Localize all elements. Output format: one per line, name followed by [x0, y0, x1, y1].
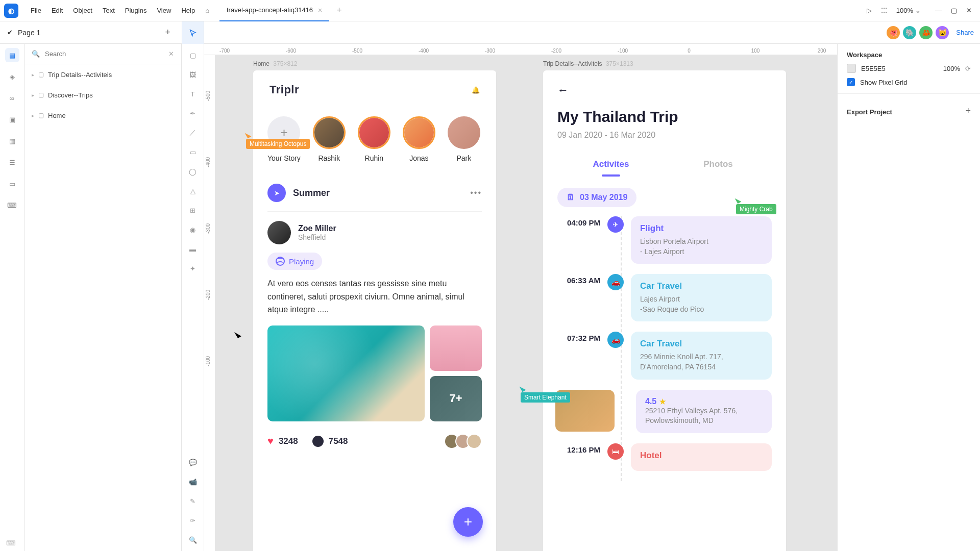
button-tool-icon[interactable]: ▬	[187, 243, 199, 255]
document-tab[interactable]: travel-app-concept-atiq31416 ×	[219, 0, 329, 21]
clear-search-icon[interactable]: ✕	[168, 50, 174, 58]
timeline-item[interactable]: 07:32 PM 🚗 Car Travel 296 Minnie Knoll A…	[557, 332, 772, 379]
layers-panel-icon[interactable]: ▤	[5, 48, 19, 62]
image-tool-icon[interactable]: 🖼	[187, 68, 199, 81]
canvas[interactable]: Home 375×812 Trip Details--Activiteis 37…	[215, 55, 837, 551]
links-panel-icon[interactable]: ∞	[5, 91, 19, 105]
activity-chip[interactable]: Playing	[267, 253, 322, 270]
pen-tool-icon[interactable]: ✒	[187, 107, 199, 119]
timeline-item[interactable]: 4.5★ 25210 Ethyl Valleys Apt. 576, Powlo…	[557, 390, 772, 433]
timeline-item[interactable]: 12:16 PM 🛏 Hotel	[557, 443, 772, 471]
refresh-icon[interactable]: ⟳	[965, 65, 971, 72]
add-tab-button[interactable]: +	[336, 5, 342, 16]
zoom-icon[interactable]: 🔍	[187, 534, 199, 546]
gallery-more[interactable]: 7+	[430, 376, 482, 421]
images-panel-icon[interactable]: ▦	[5, 134, 19, 148]
close-tab-icon[interactable]: ×	[318, 6, 322, 14]
app-logo[interactable]: ◐	[4, 4, 18, 18]
menu-file[interactable]: File	[26, 7, 46, 14]
polygon-tool-icon[interactable]: △	[187, 185, 199, 197]
bell-icon[interactable]: 🔔	[472, 86, 480, 94]
story-item[interactable]: Rashik	[313, 116, 346, 162]
comment-count[interactable]: 7548	[312, 436, 348, 447]
page-check-icon[interactable]: ✔	[7, 29, 13, 36]
ellipse-tool-icon[interactable]: ◯	[187, 165, 199, 178]
story-item[interactable]: Jonas	[403, 116, 435, 162]
zoom-control[interactable]: 100% ⌄	[896, 7, 921, 14]
close-window-icon[interactable]: ✕	[966, 7, 972, 14]
menu-plugins[interactable]: Plugins	[120, 7, 152, 14]
timeline-item[interactable]: 04:09 PM ✈ Flight Lisbon Portela Airport…	[557, 216, 772, 264]
maximize-icon[interactable]: ▢	[951, 7, 957, 14]
menu-view[interactable]: View	[152, 7, 176, 14]
grid-apps-icon[interactable]: ⁚⁚⁚	[881, 7, 887, 14]
layer-item[interactable]: ▸ ▢ Home	[24, 105, 181, 126]
text-tool-icon[interactable]: T	[187, 88, 199, 100]
ruler-vertical: -500 -400 -300 -200 -100	[204, 55, 215, 551]
story-item[interactable]: Ruhin	[358, 116, 390, 162]
layer-item[interactable]: ▸ ▢ Discover--Trips	[24, 85, 181, 105]
story-item[interactable]: Park	[448, 116, 480, 162]
artboard-trip-details[interactable]: ← My Thailand Trip 09 Jan 2020 - 16 Mar …	[543, 70, 786, 551]
artboards-panel-icon[interactable]: ▭	[5, 177, 19, 191]
expand-icon[interactable]: ▸	[32, 72, 34, 78]
components-panel-icon[interactable]: ◈	[5, 69, 19, 84]
expand-icon[interactable]: ▸	[32, 113, 34, 118]
like-count[interactable]: ♥ 3248	[267, 435, 298, 447]
artboard-label[interactable]: Trip Details--Activiteis 375×1313	[543, 60, 633, 67]
menu-text[interactable]: Text	[97, 7, 120, 14]
forms-panel-icon[interactable]: ☰	[5, 155, 19, 169]
menu-edit[interactable]: Edit	[46, 7, 68, 14]
location-arrow-icon: ➤	[267, 184, 286, 202]
library-panel-icon[interactable]: ▣	[5, 112, 19, 127]
avatar-octopus[interactable]: 🐙	[887, 26, 900, 39]
tab-photos[interactable]: Photos	[665, 154, 772, 177]
artboard-label[interactable]: Home 375×812	[253, 60, 297, 67]
rect-tool-icon[interactable]: ▭	[187, 146, 199, 158]
pixel-grid-checkbox[interactable]: ✓	[847, 78, 855, 86]
chat-icon[interactable]: 💬	[187, 456, 199, 468]
search-input[interactable]	[45, 50, 163, 58]
menu-object[interactable]: Object	[68, 7, 97, 14]
bg-swatch[interactable]	[847, 64, 856, 73]
expand-icon[interactable]: ▸	[32, 92, 34, 98]
liker-avatars[interactable]	[448, 434, 482, 449]
boolean-tool-icon[interactable]: ✦	[187, 262, 199, 274]
fab-add-button[interactable]: +	[453, 507, 483, 537]
video-icon[interactable]: 📹	[187, 475, 199, 488]
bg-hex[interactable]: E5E5E5	[861, 65, 938, 72]
timeline-item[interactable]: 06:33 AM 🚗 Car Travel Lajes Airport -Sao…	[557, 274, 772, 321]
play-icon[interactable]: ▷	[867, 7, 872, 14]
add-page-button[interactable]: +	[165, 27, 170, 38]
post-gallery[interactable]: 7+	[253, 316, 496, 431]
edit-icon[interactable]: ✎	[187, 495, 199, 507]
more-icon[interactable]: •••	[470, 188, 482, 197]
page-title[interactable]: Page 1	[18, 29, 165, 37]
menu-help[interactable]: Help	[176, 7, 200, 14]
eyedropper-icon[interactable]: ✑	[187, 514, 199, 527]
bg-opacity[interactable]: 100%	[943, 65, 960, 72]
avatar-elephant[interactable]: 🐘	[903, 26, 916, 39]
minimize-icon[interactable]: —	[935, 7, 942, 14]
tab-activities[interactable]: Activites	[557, 154, 665, 177]
keyboard-icon[interactable]: ⌨	[6, 539, 16, 547]
line-tool-icon[interactable]: ／	[187, 127, 199, 139]
grid-tool-icon[interactable]: ⊞	[187, 204, 199, 216]
frame-tool-icon[interactable]: ▢	[187, 49, 199, 61]
home-icon[interactable]: ⌂	[205, 7, 209, 14]
post-author[interactable]: Zoe Miller Sheffield	[253, 221, 496, 244]
back-arrow-icon[interactable]: ←	[557, 84, 772, 97]
move-tool[interactable]	[182, 21, 204, 44]
gallery-thumb[interactable]	[430, 325, 482, 371]
layer-item[interactable]: ▸ ▢ Trip Details--Activiteis	[24, 64, 181, 85]
code-panel-icon[interactable]: ⌨	[5, 198, 19, 212]
add-export-button[interactable]: +	[965, 106, 971, 116]
share-button[interactable]: Share	[956, 29, 974, 36]
gallery-main-image[interactable]	[267, 325, 425, 421]
left-tool-strip: ▤ ◈ ∞ ▣ ▦ ☰ ▭ ⌨	[0, 44, 24, 551]
avatar-tool-icon[interactable]: ◉	[187, 223, 199, 236]
app-brand: Triplr	[270, 83, 299, 96]
avatar-crab[interactable]: 🦀	[919, 26, 933, 39]
date-chip[interactable]: 🗓 03 May 2019	[557, 188, 636, 207]
avatar-cat[interactable]: 🐱	[936, 26, 949, 39]
